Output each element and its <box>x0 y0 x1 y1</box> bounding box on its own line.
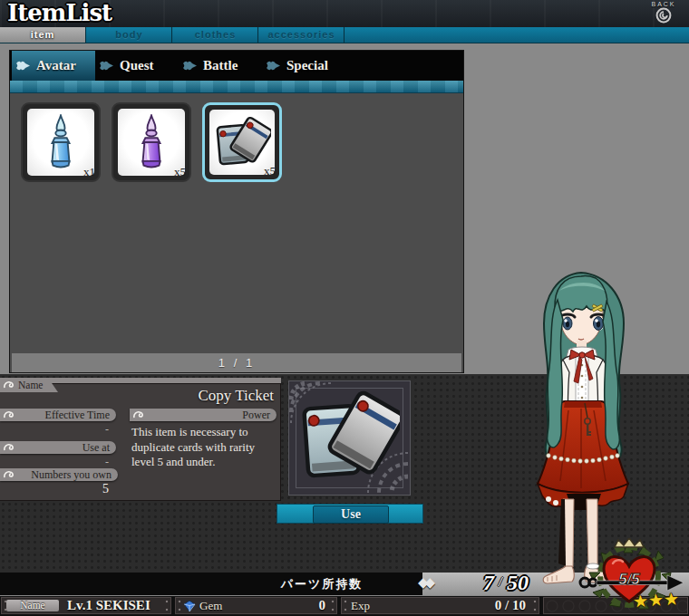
item-preview-box <box>288 380 411 496</box>
gem-label: Gem <box>199 599 222 613</box>
subtab-label: Battle <box>203 58 238 73</box>
name-label: Name <box>18 380 43 390</box>
back-button[interactable]: BACK <box>642 1 685 27</box>
gem-value: 0 <box>319 598 326 613</box>
item-list-screen: ItemList BACK item body clothes accessor… <box>0 0 689 616</box>
copy-ticket-icon <box>213 113 271 171</box>
subtab-special[interactable]: Special <box>262 51 345 81</box>
field-numbers-you-own: Numbers you own <box>0 468 118 481</box>
blue-bottle-icon <box>44 114 78 170</box>
vine-swirl-icon <box>133 410 145 419</box>
purple-bottle-icon <box>134 114 169 170</box>
vine-swirl-icon <box>4 443 15 452</box>
field-label: Effective Time <box>15 409 116 421</box>
header-bar: ItemList BACK <box>0 0 689 28</box>
diamond-icon: ◆◆ <box>418 574 432 591</box>
subtab-battle[interactable]: Battle <box>179 51 262 81</box>
use-button-bar: Use <box>277 504 423 524</box>
field-label: Numbers you own <box>15 468 118 481</box>
tab-clothes[interactable]: clothes <box>173 27 258 43</box>
fleur-arrow-icon <box>99 60 114 72</box>
subtab-bar: Avatar Quest Battle Special <box>10 51 463 81</box>
page-indicator: 1 / 1 <box>12 353 461 372</box>
fleur-arrow-icon <box>182 60 198 72</box>
parts-owned: 7 <box>483 571 494 595</box>
subtab-label: Special <box>286 58 328 73</box>
back-swirl-icon <box>655 7 672 24</box>
field-value-use-at: - <box>0 456 109 469</box>
selected-item-name: Copy Ticket <box>127 387 274 405</box>
parts-separator: / <box>499 575 502 590</box>
item-slot-copy-ticket[interactable]: x5 <box>202 102 282 182</box>
field-power: Power <box>130 409 277 421</box>
item-count: x5 <box>264 164 276 178</box>
parts-count-bar: パーツ所持数 <box>0 573 422 595</box>
vine-swirl-icon <box>4 380 15 390</box>
teal-divider-strip <box>10 81 463 93</box>
fleur-arrow-icon <box>266 60 281 72</box>
subtab-label: Avatar <box>36 58 76 73</box>
vine-swirl-icon <box>4 410 15 419</box>
name-plate: Name <box>6 600 59 611</box>
tab-accessories[interactable]: accessories <box>259 27 344 43</box>
status-name-segment: Name Lv.1 SEKISEI <box>1 597 171 614</box>
gem-icon <box>183 601 196 611</box>
field-effective-time: Effective Time <box>0 409 116 421</box>
parts-count-label: パーツ所持数 <box>218 576 426 592</box>
subtab-label: Quest <box>120 58 154 73</box>
fleur-arrow-icon <box>15 60 31 72</box>
page-title: ItemList <box>7 0 112 26</box>
player-name: Lv.1 SEKISEI <box>67 598 150 613</box>
item-panel: Avatar Quest Battle Special <box>9 50 464 373</box>
life-gauge-value: 5/5 <box>618 571 640 588</box>
field-label: Use at <box>15 441 116 454</box>
use-button[interactable]: Use <box>313 505 389 524</box>
exp-value: 0 / 10 <box>495 598 526 613</box>
subtab-quest[interactable]: Quest <box>95 51 179 81</box>
item-description: This item is necessary to duplicate card… <box>131 425 277 470</box>
name-header-tab: Name <box>0 378 58 392</box>
item-slot-purple-bottle[interactable]: x5 <box>112 102 191 182</box>
copy-ticket-preview-icon <box>298 387 400 488</box>
field-label: Power <box>145 409 277 421</box>
item-count: x5 <box>174 165 186 179</box>
tab-body[interactable]: body <box>87 27 172 43</box>
category-tab-bar: item body clothes accessories <box>0 27 689 43</box>
item-count: x1 <box>83 165 95 179</box>
star-rating-icon: ★★★ <box>632 588 680 611</box>
item-slot-blue-bottle[interactable]: x1 <box>21 102 101 182</box>
field-value-effective-time: - <box>0 423 109 437</box>
subtab-avatar[interactable]: Avatar <box>12 51 95 81</box>
status-gem-segment: Gem 0 <box>175 597 337 614</box>
field-value-numbers-you-own: 5 <box>0 482 109 496</box>
back-button-label: BACK <box>642 1 685 7</box>
vine-swirl-icon <box>4 470 15 479</box>
field-use-at: Use at <box>0 441 116 454</box>
exp-label: Exp <box>351 599 370 613</box>
status-exp-segment: Exp 0 / 10 <box>341 597 539 614</box>
tab-item[interactable]: item <box>0 27 86 43</box>
